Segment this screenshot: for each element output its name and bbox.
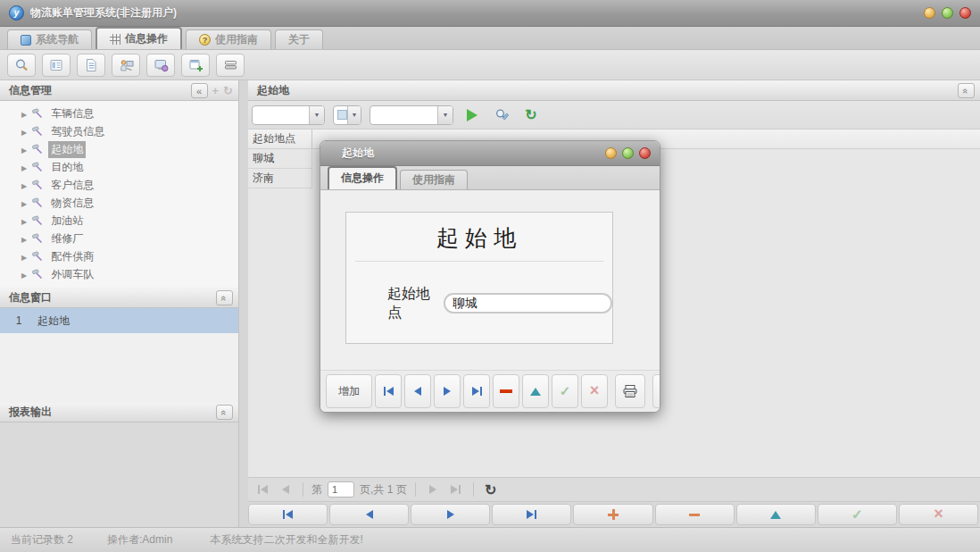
tab-system-navigation[interactable]: 系统导航 — [7, 29, 92, 49]
collapse-up-icon[interactable] — [216, 290, 233, 305]
dialog-minimize-button[interactable] — [605, 147, 617, 159]
chevron-down-icon[interactable] — [309, 106, 324, 124]
tree-item-origin[interactable]: 起始地 — [0, 140, 238, 158]
confirm-button[interactable] — [552, 374, 578, 408]
tool-icon — [32, 180, 43, 190]
report-output-body — [0, 422, 238, 527]
origin-field-input[interactable] — [444, 293, 612, 314]
last-record-button[interactable] — [492, 504, 571, 525]
tab-user-guide[interactable]: ? 使用指南 — [186, 29, 271, 49]
run-query-button[interactable] — [461, 105, 483, 126]
next-record-button[interactable] — [434, 374, 461, 408]
printer-icon — [622, 384, 638, 398]
first-record-button[interactable] — [248, 504, 328, 525]
expand-arrow-icon[interactable] — [21, 232, 27, 245]
tab-info-operations[interactable]: 信息操作 — [96, 27, 182, 49]
first-record-button[interactable] — [375, 374, 402, 408]
tree-item-material-info[interactable]: 物资信息 — [0, 194, 238, 212]
tab-about[interactable]: 关于 — [275, 29, 323, 49]
reload-button[interactable]: ↻ — [482, 481, 500, 498]
tree-item-driver-info[interactable]: 驾驶员信息 — [0, 122, 238, 140]
edit-record-button[interactable] — [736, 504, 816, 525]
next-page-button[interactable] — [424, 481, 442, 498]
tool-icon — [32, 251, 43, 262]
cancel-button[interactable] — [899, 504, 978, 525]
tree-item-label: 外调车队 — [48, 266, 96, 283]
edit-icon — [530, 388, 541, 396]
expand-arrow-icon[interactable] — [21, 143, 27, 155]
expand-arrow-icon[interactable] — [21, 125, 27, 138]
last-page-button[interactable] — [447, 481, 465, 498]
grid-cell[interactable]: 聊城 — [248, 149, 312, 169]
tree-item-external-fleet[interactable]: 外调车队 — [0, 265, 238, 283]
chevron-down-icon[interactable] — [347, 106, 361, 124]
refresh-button[interactable]: ↻ — [520, 105, 542, 126]
plus-icon — [608, 509, 619, 520]
operator-dropdown[interactable] — [333, 105, 361, 125]
add-icon[interactable] — [212, 84, 220, 97]
dialog-maximize-button[interactable] — [622, 147, 634, 159]
tree-item-label: 车辆信息 — [48, 105, 96, 122]
field-dropdown[interactable] — [252, 105, 325, 125]
minimize-button[interactable] — [924, 7, 935, 19]
collapse-left-icon[interactable]: « — [191, 83, 208, 98]
dialog-titlebar[interactable]: 起始地 — [320, 141, 660, 166]
value-dropdown[interactable] — [370, 105, 453, 125]
expand-arrow-icon[interactable] — [21, 161, 27, 173]
maximize-button[interactable] — [942, 7, 953, 19]
document-button[interactable] — [77, 54, 105, 77]
grid-column-header[interactable]: 起始地点 — [248, 130, 312, 148]
chevron-down-icon[interactable] — [437, 106, 453, 124]
monitor-globe-button[interactable] — [146, 54, 175, 77]
window-new-button[interactable] — [181, 54, 210, 77]
edit-record-button[interactable] — [522, 374, 549, 408]
delete-record-button[interactable] — [493, 374, 519, 408]
form-view-button[interactable] — [42, 54, 71, 77]
last-record-button[interactable] — [463, 374, 490, 408]
first-page-button[interactable] — [253, 481, 271, 498]
expand-arrow-icon[interactable] — [21, 179, 27, 191]
next-record-button[interactable] — [411, 504, 490, 525]
cancel-button[interactable] — [581, 374, 608, 408]
close-button[interactable] — [959, 7, 971, 19]
prev-record-button[interactable] — [329, 504, 409, 525]
tree-item-customer-info[interactable]: 客户信息 — [0, 176, 238, 194]
dialog-close-button[interactable] — [639, 147, 651, 159]
grid-cell[interactable]: 济南 — [248, 169, 312, 188]
tree-item-gas-station[interactable]: 加油站 — [0, 212, 238, 230]
dialog-tab-label: 信息操作 — [341, 171, 384, 186]
collapse-up-icon[interactable] — [958, 83, 975, 98]
dialog-tab-user-guide[interactable]: 使用指南 — [400, 170, 468, 189]
search-edit-button[interactable] — [491, 105, 512, 126]
add-record-button[interactable]: 增加 — [326, 374, 372, 408]
remove-record-button[interactable] — [655, 504, 735, 525]
search-preview-button[interactable] — [7, 54, 36, 77]
info-button[interactable] — [652, 374, 660, 408]
add-record-button[interactable] — [573, 504, 652, 525]
dialog-tab-info-operations[interactable]: 信息操作 — [328, 166, 397, 189]
next-page-icon — [429, 485, 436, 494]
tree-item-parts-supplier[interactable]: 配件供商 — [0, 247, 238, 265]
expand-arrow-icon[interactable] — [21, 214, 27, 227]
grid-icon — [110, 34, 120, 45]
info-window-row-origin[interactable]: 1 起始地 — [0, 308, 238, 333]
tree-item-repair-shop[interactable]: 维修厂 — [0, 230, 238, 247]
expand-arrow-icon[interactable] — [21, 250, 27, 263]
prev-record-button[interactable] — [404, 374, 431, 408]
tree-item-label: 起始地 — [48, 141, 86, 158]
print-button[interactable] — [615, 374, 645, 408]
first-record-icon — [384, 387, 386, 396]
tree-item-vehicle-info[interactable]: 车辆信息 — [0, 105, 238, 122]
expand-arrow-icon[interactable] — [21, 107, 27, 120]
tree-item-destination[interactable]: 目的地 — [0, 158, 238, 176]
add-record-label: 增加 — [338, 384, 360, 399]
expand-arrow-icon[interactable] — [21, 197, 27, 209]
collapse-up-icon[interactable] — [216, 405, 233, 420]
page-number-input[interactable] — [328, 481, 354, 498]
confirm-button[interactable] — [818, 504, 897, 525]
refresh-icon[interactable] — [223, 84, 233, 97]
user-report-button[interactable] — [112, 54, 140, 77]
prev-page-button[interactable] — [277, 481, 295, 498]
tray-stack-button[interactable] — [216, 54, 245, 77]
expand-arrow-icon[interactable] — [21, 268, 27, 280]
